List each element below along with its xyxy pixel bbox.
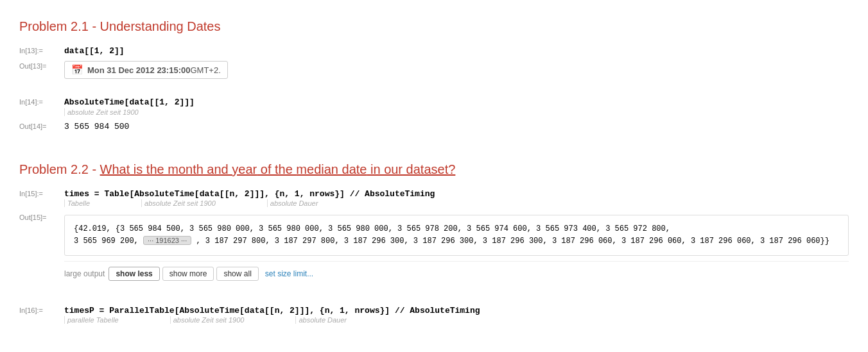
show-all-button[interactable]: show all	[216, 267, 258, 281]
in15-label: In[15]:=	[19, 189, 64, 197]
in13-label: In[13]:=	[19, 46, 64, 54]
show-less-button[interactable]: show less	[108, 267, 159, 281]
large-output-label: large output	[64, 269, 105, 278]
in16-code: timesP = ParallelTable[AbsoluteTime[data…	[64, 306, 480, 315]
cell-in15: In[15]:= times = Table[AbsoluteTime[data…	[19, 189, 849, 207]
date-light: GMT+2.	[190, 65, 220, 75]
in15-hint2: absolute Zeit seit 1900	[141, 199, 216, 207]
in13-code: data[[1, 2]]	[64, 46, 125, 56]
show-more-button[interactable]: show more	[162, 267, 214, 281]
out14-value: 3 565 984 500	[64, 122, 129, 131]
output-line1: {42.019, {3 565 984 500, 3 565 980 000, …	[74, 223, 839, 235]
line2-pre: 3 565 969 200,	[74, 237, 139, 246]
section-title-21: Problem 2.1 - Understanding Dates	[19, 19, 849, 34]
in16-label: In[16]:=	[19, 305, 64, 314]
output-line2: 3 565 969 200, ··· 191623 ··· , 3 187 29…	[74, 235, 839, 247]
cell-out14: Out[14]= 3 565 984 500	[19, 121, 849, 131]
in15-content: times = Table[AbsoluteTime[data[[n, 2]]]…	[64, 189, 849, 207]
in14-hint1: absolute Zeit seit 1900	[64, 108, 139, 116]
in16-hint3: absolute Dauer	[295, 316, 347, 324]
date-bold: Mon 31 Dec 2012 23:15:00	[87, 65, 190, 75]
cell-out13: Out[13]= 📅 Mon 31 Dec 2012 23:15:00 GMT+…	[19, 61, 849, 79]
in15-hint3: absolute Dauer	[267, 199, 318, 207]
in13-content: data[[1, 2]]	[64, 46, 849, 56]
out15-content: {42.019, {3 565 984 500, 3 565 980 000, …	[64, 212, 849, 281]
out15-label: Out[15]=	[19, 212, 64, 221]
ellipsis-button[interactable]: ··· 191623 ···	[143, 236, 191, 245]
in14-code: AbsoluteTime[data[[1, 2]]]	[64, 97, 195, 107]
in16-content: timesP = ParallelTable[AbsoluteTime[data…	[64, 305, 849, 324]
in15-code: times = Table[AbsoluteTime[data[[n, 2]]]…	[64, 189, 435, 199]
cell-in13: In[13]:= data[[1, 2]]	[19, 46, 849, 56]
calendar-icon: 📅	[71, 64, 83, 76]
cell-in16: In[16]:= timesP = ParallelTable[Absolute…	[19, 305, 849, 324]
cell-out15: Out[15]= {42.019, {3 565 984 500, 3 565 …	[19, 212, 849, 281]
in15-hint1: Tabelle	[64, 199, 90, 207]
problem22-title: Problem 2.2 - What is the month and year…	[19, 162, 849, 177]
set-size-limit-button[interactable]: set size limit...	[261, 267, 317, 280]
out13-content: 📅 Mon 31 Dec 2012 23:15:00 GMT+2.	[64, 61, 849, 79]
in14-content: AbsoluteTime[data[[1, 2]]] absolute Zeit…	[64, 97, 849, 116]
section-title-22: Problem 2.2 - What is the month and year…	[19, 162, 849, 177]
out14-content: 3 565 984 500	[64, 121, 849, 131]
out13-label: Out[13]=	[19, 61, 64, 70]
output-box: {42.019, {3 565 984 500, 3 565 980 000, …	[64, 215, 849, 256]
output-controls: large output show less show more show al…	[64, 261, 849, 281]
problem21-title: Problem 2.1 - Understanding Dates	[19, 19, 849, 34]
in16-hint1: parallele Tabelle	[64, 316, 119, 324]
line2-post: , 3 187 297 800, 3 187 297 800, 3 187 29…	[196, 237, 829, 246]
in14-label: In[14]:=	[19, 97, 64, 106]
date-output: 📅 Mon 31 Dec 2012 23:15:00 GMT+2.	[64, 61, 228, 79]
cell-in14: In[14]:= AbsoluteTime[data[[1, 2]]] abso…	[19, 97, 849, 116]
in16-hint2: absolute Zeit seit 1900	[170, 316, 245, 324]
out14-label: Out[14]=	[19, 121, 64, 130]
